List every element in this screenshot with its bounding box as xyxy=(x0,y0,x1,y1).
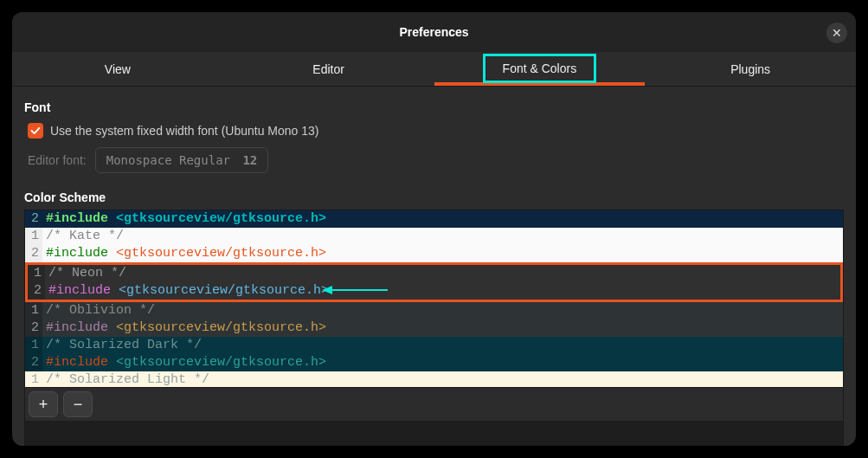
add-scheme-button[interactable]: + xyxy=(29,391,58,417)
content-area: Font Use the system fixed width font (Ub… xyxy=(12,87,856,446)
color-scheme-header: Color Scheme xyxy=(24,190,844,204)
scheme-item-solarized-dark[interactable]: 1 /* Solarized Dark */ 2 #include <gtkso… xyxy=(25,337,843,371)
editor-font-name: Monospace Regular xyxy=(106,153,230,167)
plus-icon: + xyxy=(39,396,48,414)
editor-font-size: 12 xyxy=(242,153,257,167)
scheme-item-oblivion[interactable]: 1 /* Oblivion */ 2 #include <gtksourcevi… xyxy=(25,302,843,337)
minus-icon: − xyxy=(74,396,83,414)
tab-plugins[interactable]: Plugins xyxy=(645,52,856,86)
remove-scheme-button[interactable]: − xyxy=(63,391,93,417)
close-button[interactable]: ✕ xyxy=(826,23,847,43)
tab-editor[interactable]: Editor xyxy=(223,52,434,86)
use-system-font-row[interactable]: Use the system fixed width font (Ubuntu … xyxy=(28,123,844,139)
titlebar: Preferences ✕ xyxy=(12,12,856,52)
scheme-item-solarized-light[interactable]: 1 /* Solarized Light */ xyxy=(25,371,843,387)
preferences-window: Preferences ✕ View Editor Font & Colors … xyxy=(12,12,856,446)
use-system-font-label: Use the system fixed width font (Ubuntu … xyxy=(50,124,318,138)
color-scheme-list[interactable]: 2 #include <gtksourceview/gtksource.h> 1… xyxy=(24,210,844,446)
scheme-item-classic[interactable]: 2 #include <gtksourceview/gtksource.h> xyxy=(25,210,843,228)
editor-font-button[interactable]: Monospace Regular 12 xyxy=(95,147,269,173)
editor-font-label: Editor font: xyxy=(28,153,87,167)
close-icon: ✕ xyxy=(832,26,842,40)
font-section-header: Font xyxy=(24,100,844,114)
window-title: Preferences xyxy=(399,25,468,39)
use-system-font-checkbox[interactable] xyxy=(28,123,43,139)
tab-font-colors[interactable]: Font & Colors xyxy=(434,52,646,86)
check-icon xyxy=(29,125,42,137)
editor-font-row: Editor font: Monospace Regular 12 xyxy=(28,147,844,173)
scheme-item-kate[interactable]: 1 /* Kate */ 2 #include <gtksourceview/g… xyxy=(25,228,843,262)
scheme-item-neon[interactable]: 1 /* Neon */ 2 #include <gtksourceview/g… xyxy=(25,262,843,302)
scheme-toolbar: + − xyxy=(25,387,843,421)
tab-bar: View Editor Font & Colors Plugins xyxy=(12,52,856,87)
tab-view[interactable]: View xyxy=(12,52,223,86)
